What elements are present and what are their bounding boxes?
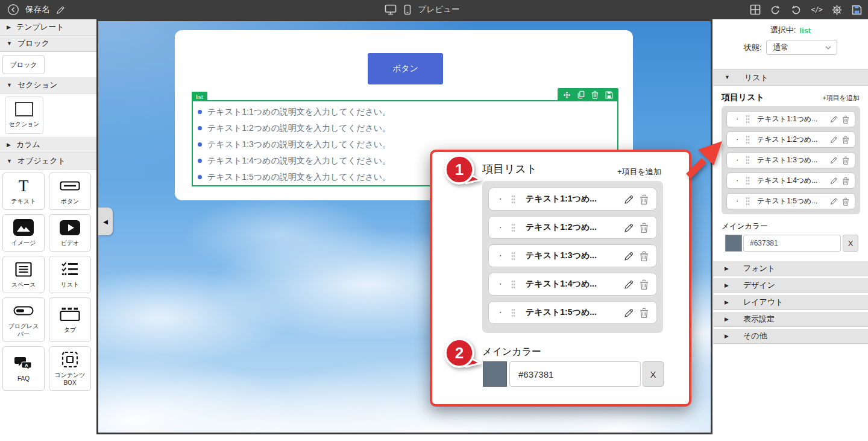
item-row[interactable]: ・テキスト1:5つめ... [488, 301, 657, 324]
move-block-icon[interactable] [563, 91, 571, 99]
section-card[interactable]: セクション [5, 97, 43, 134]
panel-section-other[interactable]: ▶その他 [713, 329, 868, 344]
code-icon[interactable]: </> [811, 5, 822, 14]
color-swatch[interactable] [725, 235, 742, 252]
progress-bar-icon [13, 302, 34, 320]
delete-item-icon[interactable] [640, 279, 649, 290]
sidebar-section-block[interactable]: ▼ ブロック [0, 36, 96, 52]
drag-handle-icon[interactable] [746, 176, 750, 185]
main-color-label: メインカラー [482, 346, 541, 358]
drag-handle-icon[interactable] [746, 135, 750, 144]
drag-handle-icon[interactable] [511, 252, 515, 261]
sidebar-collapse-handle[interactable]: ◀ [98, 208, 113, 235]
delete-item-icon[interactable] [842, 177, 849, 185]
drag-handle-icon[interactable] [746, 115, 750, 124]
edit-item-icon[interactable] [830, 156, 838, 164]
item-row[interactable]: ・テキスト1:3つめ... [488, 244, 657, 267]
item-row[interactable]: ・テキスト1:2つめ... [488, 216, 657, 239]
save-icon[interactable] [852, 5, 862, 15]
desktop-preview-icon[interactable] [385, 4, 397, 15]
add-item-button[interactable]: +項目を追加 [822, 94, 860, 103]
item-row[interactable]: ・テキスト1:5つめ... [726, 193, 855, 209]
chevron-down-icon [825, 46, 831, 49]
undo-icon[interactable] [770, 4, 781, 16]
color-swatch[interactable] [483, 361, 507, 387]
object-card-video[interactable]: ビデオ [49, 214, 91, 252]
duplicate-block-icon[interactable] [577, 90, 585, 99]
panel-section-design[interactable]: ▶デザイン [713, 278, 868, 293]
delete-item-icon[interactable] [842, 136, 849, 144]
edit-item-icon[interactable] [830, 177, 838, 185]
back-icon[interactable] [7, 4, 19, 16]
mobile-preview-icon[interactable] [404, 4, 411, 15]
edit-item-icon[interactable] [830, 115, 838, 123]
delete-item-icon[interactable] [842, 156, 849, 165]
preview-label[interactable]: プレビュー [418, 4, 460, 15]
redo-icon[interactable] [790, 4, 802, 16]
delete-item-icon[interactable] [640, 223, 649, 233]
edit-item-icon[interactable] [830, 197, 838, 205]
layout-grid-icon[interactable] [750, 4, 761, 15]
drag-handle-icon[interactable] [511, 195, 515, 204]
item-row[interactable]: ・テキスト1:1つめ... [488, 188, 657, 211]
panel-section-font[interactable]: ▶フォント [713, 261, 868, 276]
drag-handle-icon[interactable] [746, 156, 750, 165]
drag-handle-icon[interactable] [746, 197, 750, 206]
delete-block-icon[interactable] [591, 90, 599, 99]
delete-item-icon[interactable] [842, 197, 849, 206]
object-card-progressbar[interactable]: プログレスバー [2, 297, 45, 342]
object-card-faq[interactable]: A FAQ [2, 346, 45, 391]
list-item[interactable]: テキスト1:2つめの説明文を入力してください。 [198, 120, 617, 136]
object-card-image[interactable]: イメージ [2, 214, 45, 252]
delete-item-icon[interactable] [640, 308, 649, 318]
item-row[interactable]: ・テキスト1:2つめ... [726, 132, 855, 148]
image-icon [13, 218, 34, 236]
drag-handle-icon[interactable] [511, 308, 515, 317]
canvas-button-object[interactable]: ボタン [368, 53, 443, 84]
edit-item-icon[interactable] [624, 194, 634, 205]
edit-item-icon[interactable] [624, 251, 634, 261]
edit-item-icon[interactable] [624, 279, 634, 290]
main-color-input[interactable] [743, 235, 841, 252]
panel-section-layout[interactable]: ▶レイアウト [713, 295, 868, 310]
sidebar-section-object[interactable]: ▼ オブジェクト [0, 153, 96, 170]
block-card[interactable]: ブロック [2, 55, 45, 74]
object-card-text[interactable]: T テキスト [2, 173, 45, 210]
item-row[interactable]: ・テキスト1:4つめ... [488, 273, 657, 296]
clear-color-button[interactable]: X [643, 361, 664, 387]
drag-handle-icon[interactable] [511, 280, 515, 289]
sidebar-section-section[interactable]: ▼ セクション [0, 77, 96, 94]
collapse-arrow-icon: ◀ [103, 218, 108, 225]
object-card-list[interactable]: リスト [49, 256, 91, 293]
main-color-input[interactable] [509, 361, 641, 387]
sidebar-section-column[interactable]: ▶ カラム [0, 137, 96, 153]
add-item-button[interactable]: +項目を追加 [617, 167, 661, 177]
save-block-icon[interactable] [605, 91, 613, 99]
sidebar-section-template[interactable]: ▶ テンプレート [0, 19, 96, 36]
object-card-button[interactable]: ボタン [49, 173, 91, 210]
chevron-down-icon: ▼ [7, 159, 12, 164]
delete-item-icon[interactable] [842, 115, 849, 124]
list-item[interactable]: テキスト1:1つめの説明文を入力してください。 [198, 104, 617, 120]
settings-gear-icon[interactable] [831, 4, 843, 16]
button-icon [60, 177, 80, 195]
item-row[interactable]: ・テキスト1:3つめ... [726, 152, 855, 168]
edit-item-icon[interactable] [830, 136, 838, 144]
state-select[interactable]: 通常 [766, 40, 837, 55]
item-row[interactable]: ・テキスト1:1つめ... [726, 111, 855, 127]
edit-title-pencil-icon[interactable] [56, 5, 65, 14]
edit-item-icon[interactable] [624, 308, 634, 318]
item-row[interactable]: ・テキスト1:4つめ... [726, 173, 855, 189]
delete-item-icon[interactable] [640, 194, 649, 205]
panel-section-list[interactable]: ▼ リスト [713, 69, 868, 86]
main-color-label: メインカラー [722, 221, 868, 232]
object-card-contentbox[interactable]: コンテンツBOX [49, 346, 91, 391]
item-list-title: 項目リスト [722, 92, 764, 103]
panel-section-display[interactable]: ▶表示設定 [713, 312, 868, 327]
drag-handle-icon[interactable] [511, 223, 515, 232]
object-card-tab[interactable]: タブ [49, 297, 91, 342]
edit-item-icon[interactable] [624, 223, 634, 233]
delete-item-icon[interactable] [640, 251, 649, 261]
clear-color-button[interactable]: X [843, 235, 858, 252]
object-card-space[interactable]: スペース [2, 256, 45, 293]
